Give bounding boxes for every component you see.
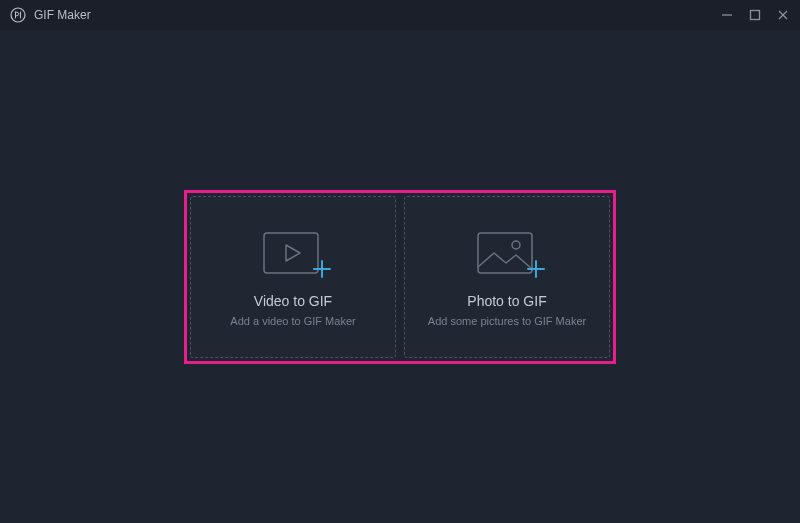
maximize-button[interactable] [748, 8, 762, 22]
photo-to-gif-icon [472, 227, 542, 279]
app-title: GIF Maker [34, 8, 91, 22]
svg-point-10 [512, 241, 520, 249]
photo-card-subtitle: Add some pictures to GIF Maker [428, 315, 586, 327]
svg-rect-5 [264, 233, 318, 273]
photo-to-gif-card[interactable]: Photo to GIF Add some pictures to GIF Ma… [404, 196, 610, 358]
window-controls [720, 8, 790, 22]
titlebar: GIF Maker [0, 0, 800, 30]
video-to-gif-card[interactable]: Video to GIF Add a video to GIF Maker [190, 196, 396, 358]
plus-icon [312, 259, 332, 283]
plus-icon [526, 259, 546, 283]
close-button[interactable] [776, 8, 790, 22]
photo-card-title: Photo to GIF [467, 293, 546, 309]
svg-marker-6 [286, 245, 300, 261]
video-to-gif-icon [258, 227, 328, 279]
main-area: Video to GIF Add a video to GIF Maker Ph… [0, 30, 800, 523]
video-card-subtitle: Add a video to GIF Maker [230, 315, 355, 327]
highlight-frame: Video to GIF Add a video to GIF Maker Ph… [184, 190, 616, 364]
video-card-title: Video to GIF [254, 293, 332, 309]
app-icon [10, 7, 26, 23]
minimize-button[interactable] [720, 8, 734, 22]
titlebar-left: GIF Maker [10, 7, 91, 23]
svg-rect-9 [478, 233, 532, 273]
svg-rect-2 [751, 11, 760, 20]
